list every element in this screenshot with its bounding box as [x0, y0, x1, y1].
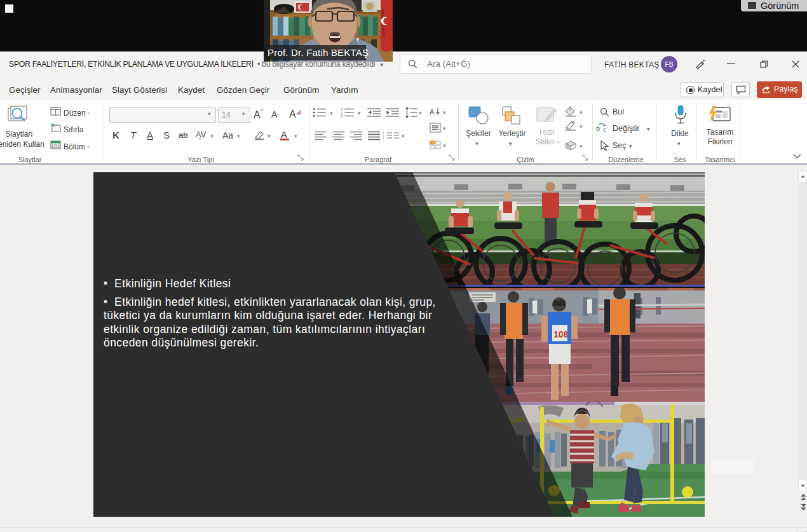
svg-text:c: c	[603, 126, 607, 133]
svg-text:108: 108	[553, 329, 569, 339]
svg-text:b: b	[596, 125, 600, 132]
svg-text:3: 3	[341, 114, 343, 118]
svg-text:A: A	[430, 108, 435, 116]
